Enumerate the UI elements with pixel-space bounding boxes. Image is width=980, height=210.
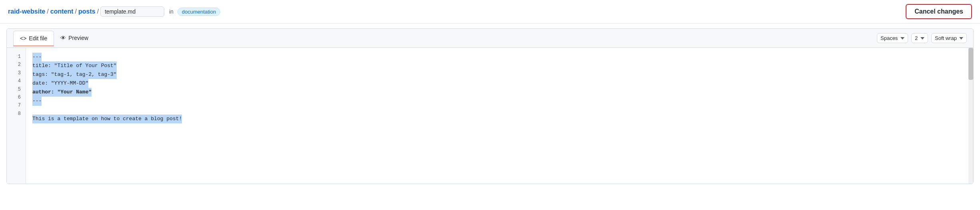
breadcrumb-repo[interactable]: raid-website [8, 8, 45, 15]
code-line-wrapper: title: "Title of Your Post" [32, 61, 967, 70]
edit-file-icon: <> [20, 35, 26, 42]
scrollbar-track[interactable] [968, 48, 973, 184]
code-line: This is a template on how to create a bl… [32, 115, 182, 123]
line-number: 2 [7, 61, 26, 69]
tab-edit-file[interactable]: <> Edit file [13, 31, 54, 46]
line-number: 5 [7, 85, 26, 93]
indent-size-select[interactable]: 2 4 8 [911, 33, 928, 43]
filename-input[interactable] [100, 6, 164, 17]
code-line-wrapper: This is a template on how to create a bl… [32, 115, 967, 123]
cancel-changes-button[interactable]: Cancel changes [906, 4, 972, 19]
toolbar-tabs: <> Edit file 👁 Preview [13, 31, 95, 46]
header-bar: raid-website / content / posts / in docu… [0, 0, 980, 24]
line-numbers: 12345678 [7, 48, 26, 184]
line-number: 7 [7, 101, 26, 109]
code-line: author: "Your Name" [32, 88, 92, 97]
code-line: tags: "tag-1, tag-2, tag-3" [32, 70, 117, 79]
wrap-mode-select[interactable]: Soft wrap No wrap [931, 33, 967, 43]
code-line-wrapper: --- [32, 53, 967, 61]
code-line: --- [32, 97, 42, 105]
code-line: title: "Title of Your Post" [32, 61, 117, 70]
line-number: 8 [7, 110, 26, 118]
breadcrumb-folder1[interactable]: content [50, 8, 74, 15]
editor-container: <> Edit file 👁 Preview Spaces Tabs 2 4 8… [6, 28, 974, 184]
line-number: 4 [7, 77, 26, 85]
breadcrumb-sep2: / [75, 8, 77, 15]
breadcrumb-sep3: / [97, 8, 99, 15]
breadcrumb-sep1: / [47, 8, 48, 15]
code-line-wrapper [32, 106, 967, 115]
toolbar-right: Spaces Tabs 2 4 8 Soft wrap No wrap [877, 33, 967, 43]
tab-preview-label: Preview [68, 35, 88, 41]
line-number: 6 [7, 93, 26, 101]
code-line-wrapper: tags: "tag-1, tag-2, tag-3" [32, 70, 967, 79]
line-number: 1 [7, 53, 26, 61]
code-line: date: "YYYY-MM-DD" [32, 79, 88, 88]
breadcrumb-folder2[interactable]: posts [78, 8, 96, 15]
tab-preview[interactable]: 👁 Preview [54, 31, 95, 46]
code-line-wrapper: date: "YYYY-MM-DD" [32, 79, 967, 88]
indent-type-select[interactable]: Spaces Tabs [877, 33, 908, 43]
tab-edit-file-label: Edit file [29, 35, 47, 42]
scrollbar-thumb[interactable] [968, 48, 973, 80]
code-line-wrapper: --- [32, 97, 967, 105]
code-content[interactable]: ---title: "Title of Your Post"tags: "tag… [26, 48, 973, 184]
preview-icon: 👁 [60, 35, 66, 41]
code-line-wrapper: author: "Your Name" [32, 88, 967, 97]
code-editor-area: 12345678 ---title: "Title of Your Post"t… [7, 48, 973, 184]
breadcrumb: raid-website / content / posts / in docu… [8, 6, 220, 17]
breadcrumb-branch[interactable]: documentation [177, 8, 220, 16]
code-line: --- [32, 53, 42, 61]
line-number: 3 [7, 69, 26, 77]
editor-toolbar: <> Edit file 👁 Preview Spaces Tabs 2 4 8… [7, 29, 973, 48]
breadcrumb-in-label: in [169, 8, 173, 15]
